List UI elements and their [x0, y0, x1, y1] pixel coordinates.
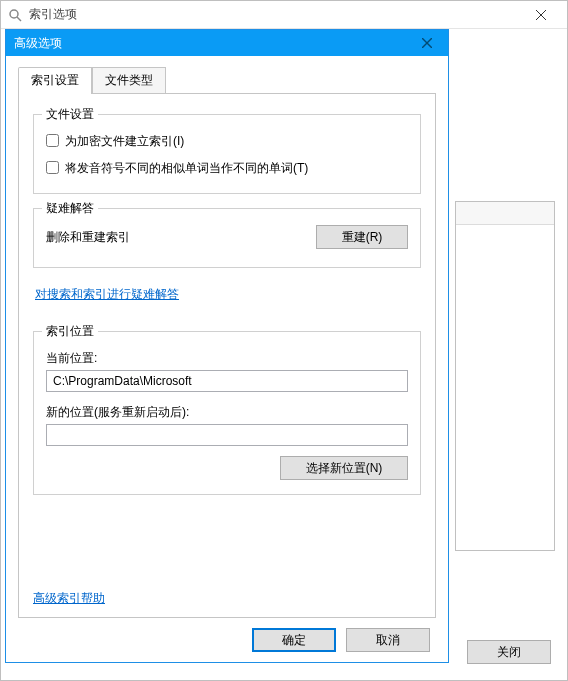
checkbox-index-encrypted-label: 为加密文件建立索引(I): [65, 133, 184, 150]
current-location-field[interactable]: [46, 370, 408, 392]
search-index-icon: [7, 7, 23, 23]
select-new-location-button[interactable]: 选择新位置(N): [280, 456, 408, 480]
tabs: 索引设置 文件类型: [18, 66, 436, 93]
svg-point-0: [10, 10, 18, 18]
checkbox-diacritics[interactable]: [46, 161, 59, 174]
new-location-field[interactable]: [46, 424, 408, 446]
delete-rebuild-label: 删除和重建索引: [46, 229, 130, 246]
checkbox-index-encrypted[interactable]: [46, 134, 59, 147]
dialog-button-row: 确定 取消: [18, 618, 436, 654]
checkbox-diacritics-row[interactable]: 将发音符号不同的相似单词当作不同的单词(T): [46, 160, 408, 177]
advanced-options-window: 高级选项 索引设置 文件类型 文件设置 为加密文件建立索引(I): [5, 29, 449, 663]
indexed-locations-list[interactable]: [455, 201, 555, 551]
rebuild-button[interactable]: 重建(R): [316, 225, 408, 249]
cancel-button[interactable]: 取消: [346, 628, 430, 652]
list-column-header[interactable]: [456, 202, 554, 225]
parent-window-title: 索引选项: [29, 6, 521, 23]
child-window-title: 高级选项: [14, 35, 414, 52]
tab-index-settings[interactable]: 索引设置: [18, 67, 92, 94]
checkbox-index-encrypted-row[interactable]: 为加密文件建立索引(I): [46, 133, 408, 150]
advanced-index-help-link[interactable]: 高级索引帮助: [33, 591, 105, 605]
group-troubleshoot: 疑难解答 删除和重建索引 重建(R): [33, 208, 421, 268]
tab-panel-index-settings: 文件设置 为加密文件建立索引(I) 将发音符号不同的相似单词当作不同的单词(T)…: [18, 93, 436, 618]
group-troubleshoot-legend: 疑难解答: [42, 200, 98, 217]
current-location-label: 当前位置:: [46, 350, 408, 367]
checkbox-diacritics-label: 将发音符号不同的相似单词当作不同的单词(T): [65, 160, 308, 177]
ok-button[interactable]: 确定: [252, 628, 336, 652]
new-location-label: 新的位置(服务重新启动后):: [46, 404, 408, 421]
group-index-location-legend: 索引位置: [42, 323, 98, 340]
tab-file-types[interactable]: 文件类型: [92, 67, 166, 94]
parent-close-icon[interactable]: [521, 1, 561, 28]
group-file-settings: 文件设置 为加密文件建立索引(I) 将发音符号不同的相似单词当作不同的单词(T): [33, 114, 421, 194]
parent-titlebar: 索引选项: [1, 1, 567, 29]
troubleshoot-search-link[interactable]: 对搜索和索引进行疑难解答: [35, 287, 179, 301]
group-file-settings-legend: 文件设置: [42, 106, 98, 123]
child-titlebar: 高级选项: [6, 30, 448, 56]
svg-line-1: [17, 17, 21, 21]
group-index-location: 索引位置 当前位置: 新的位置(服务重新启动后): 选择新位置(N): [33, 331, 421, 495]
child-close-icon[interactable]: [414, 30, 440, 56]
parent-close-button[interactable]: 关闭: [467, 640, 551, 664]
